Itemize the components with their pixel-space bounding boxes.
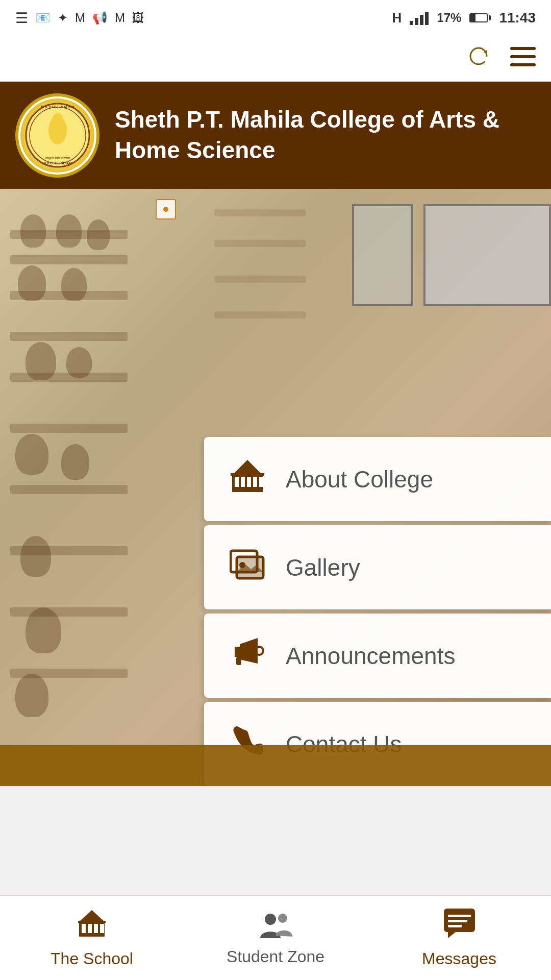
signal-bars bbox=[410, 11, 429, 25]
svg-marker-30 bbox=[79, 910, 105, 922]
svg-text:COLLEGE SURAT: COLLEGE SURAT bbox=[42, 161, 73, 165]
nav-the-school[interactable]: The School bbox=[0, 896, 184, 980]
announcements-label: Announcements bbox=[286, 642, 455, 670]
svg-rect-26 bbox=[236, 657, 241, 665]
gmail-icon: M bbox=[75, 11, 85, 25]
svg-rect-2 bbox=[510, 63, 536, 66]
svg-rect-15 bbox=[247, 477, 251, 487]
network-type: H bbox=[392, 10, 402, 26]
svg-rect-17 bbox=[259, 477, 263, 487]
nav-the-school-label: The School bbox=[51, 949, 133, 968]
slide-indicator bbox=[156, 199, 176, 219]
svg-rect-19 bbox=[245, 468, 250, 472]
svg-rect-32 bbox=[94, 924, 98, 933]
menu-cards-container: About College Gallery bbox=[204, 437, 551, 786]
announcements-card[interactable]: Announcements bbox=[204, 614, 551, 698]
gmail2-icon: M bbox=[115, 11, 125, 25]
svg-rect-14 bbox=[241, 477, 245, 487]
about-college-card[interactable]: About College bbox=[204, 437, 551, 521]
image-icon: 🖼 bbox=[132, 11, 144, 25]
svg-rect-40 bbox=[448, 915, 471, 917]
school-icon bbox=[77, 908, 107, 945]
svg-rect-34 bbox=[100, 924, 104, 933]
svg-text:संस्कृता स्त्री पराशक्ति: संस्कृता स्त्री पराशक्ति bbox=[45, 156, 70, 160]
nav-messages[interactable]: Messages bbox=[367, 896, 551, 980]
svg-rect-41 bbox=[448, 920, 467, 922]
svg-rect-29 bbox=[79, 933, 105, 937]
gallery-label: Gallery bbox=[286, 554, 360, 581]
status-indicators: H 17% 11:43 bbox=[392, 10, 536, 26]
nav-student-zone[interactable]: Student Zone bbox=[184, 896, 367, 980]
nav-student-zone-label: Student Zone bbox=[227, 947, 324, 966]
clock: 11:43 bbox=[499, 10, 536, 26]
svg-point-37 bbox=[278, 914, 287, 923]
svg-rect-0 bbox=[510, 47, 536, 50]
about-college-label: About College bbox=[286, 465, 433, 493]
svg-rect-16 bbox=[253, 477, 257, 487]
notification-icons: ☰ 📧 ✦ M 📢 M 🖼 bbox=[15, 10, 144, 27]
students-icon bbox=[259, 910, 292, 943]
college-logo: SHETH P.T. MAHILA COLLEGE SURAT संस्कृता… bbox=[15, 93, 99, 178]
outlook-icon: 📧 bbox=[35, 11, 51, 25]
speaker-icon: 📢 bbox=[92, 11, 108, 25]
toolbar bbox=[0, 36, 551, 82]
svg-point-36 bbox=[265, 914, 276, 925]
svg-marker-39 bbox=[448, 932, 456, 938]
gallery-icon bbox=[230, 546, 265, 590]
svg-rect-35 bbox=[78, 921, 106, 923]
svg-point-6 bbox=[53, 113, 63, 124]
svg-rect-13 bbox=[235, 477, 239, 487]
college-name-text: Sheth P.T. Mahila College of Arts & Home… bbox=[115, 105, 536, 166]
status-bar: ☰ 📧 ✦ M 📢 M 🖼 H 17% 11:43 bbox=[0, 0, 551, 36]
svg-rect-31 bbox=[88, 924, 92, 933]
svg-rect-1 bbox=[510, 55, 536, 58]
svg-text:SHETH P.T. MAHILA: SHETH P.T. MAHILA bbox=[41, 105, 74, 109]
hero-area: About College Gallery bbox=[0, 189, 551, 786]
svg-rect-11 bbox=[232, 488, 263, 492]
megaphone-icon bbox=[230, 634, 265, 678]
bottom-navigation: The School Student Zone bbox=[0, 895, 551, 980]
gallery-card[interactable]: Gallery bbox=[204, 525, 551, 609]
college-header: SHETH P.T. MAHILA COLLEGE SURAT संस्कृता… bbox=[0, 82, 551, 189]
svg-rect-42 bbox=[448, 925, 462, 927]
bank-icon bbox=[230, 457, 265, 501]
svg-rect-33 bbox=[82, 924, 86, 933]
battery-percent: 17% bbox=[437, 11, 461, 25]
nav-icon: ✦ bbox=[58, 11, 68, 25]
messages-icon bbox=[443, 908, 476, 945]
refresh-button[interactable] bbox=[467, 45, 490, 72]
svg-rect-20 bbox=[231, 473, 264, 476]
menu-icon: ☰ bbox=[15, 10, 28, 27]
nav-messages-label: Messages bbox=[422, 949, 496, 968]
battery-icon bbox=[469, 13, 491, 22]
hamburger-menu-button[interactable] bbox=[510, 46, 536, 71]
